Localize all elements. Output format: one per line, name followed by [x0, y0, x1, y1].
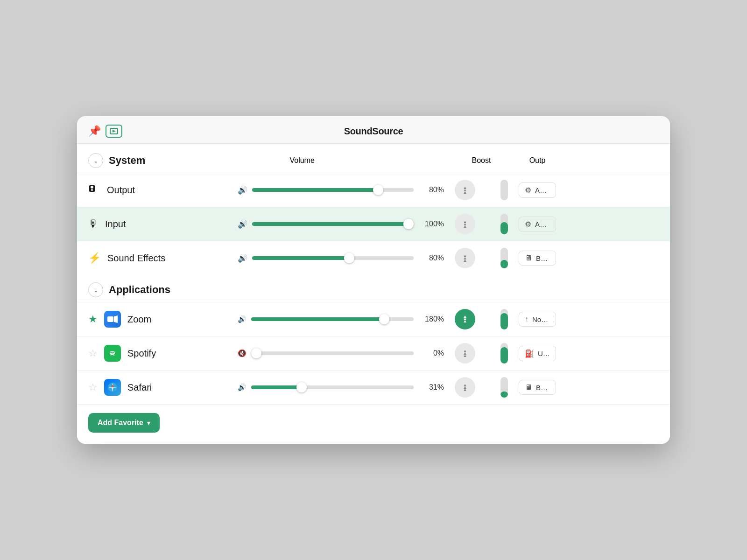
main-content: ⌄ System Volume Boost Outp Outp [77, 144, 670, 444]
input-boost-button[interactable] [455, 214, 475, 234]
spotify-volume-pct: 0% [418, 349, 444, 357]
sound-effects-label: ⚡ Sound Effects [88, 252, 238, 264]
monitor-icon-sfx: 🖥 [525, 254, 532, 262]
safari-star-icon[interactable]: ☆ [88, 381, 98, 393]
input-volume-pct: 100% [418, 220, 444, 228]
usb-icon: ⛽ [525, 349, 534, 358]
arrow-up-icon: ↑ [525, 315, 529, 323]
media-player-icon[interactable] [106, 125, 122, 138]
safari-app-icon [104, 379, 121, 396]
spotify-text: Spotify [127, 348, 156, 359]
chevron-down-icon-apps: ⌄ [93, 287, 99, 294]
sound-effects-boost-button[interactable] [455, 248, 475, 268]
spotify-boost-section [444, 343, 519, 364]
spotify-star-icon[interactable]: ☆ [88, 347, 98, 359]
applications-section-header: ⌄ Applications [77, 275, 670, 302]
sfx-boost-level [500, 248, 508, 268]
output-boost-button[interactable] [455, 180, 475, 200]
spotify-volume-slider[interactable] [251, 351, 414, 355]
title-bar-icons: 📌 [88, 125, 122, 138]
applications-collapse-button[interactable]: ⌄ [88, 282, 103, 297]
zoom-label: ★ Zoom [88, 311, 238, 328]
applications-section-title: Applications [109, 284, 170, 296]
add-favorite-button[interactable]: Add Favorite ▾ [88, 413, 160, 433]
output-volume-section: 🔊 80% [238, 185, 444, 195]
input-volume-slider[interactable] [252, 222, 414, 226]
volume-icon: 🔊 [238, 185, 247, 195]
input-volume-section: 🔊 100% [238, 219, 444, 229]
monitor-icon-safari: 🖥 [525, 383, 532, 392]
chevron-down-icon: ⌄ [93, 157, 99, 164]
zoom-boost-section [444, 309, 519, 329]
sound-effects-boost-section [444, 248, 519, 268]
zoom-device-selector[interactable]: ↑ No Redire [519, 312, 556, 327]
pin-icon[interactable]: 📌 [88, 125, 101, 137]
window-title: SoundSource [344, 126, 403, 137]
safari-boost-level [500, 377, 508, 398]
spotify-device-selector[interactable]: ⛽ USB Devic [519, 346, 556, 361]
spotify-device-label: USB Devic [538, 350, 550, 357]
add-favorite-label: Add Favorite [98, 419, 143, 427]
safari-row: ☆ [77, 370, 670, 404]
safari-volume-slider[interactable] [251, 385, 414, 389]
sfx-device-label: Built-In Sp [536, 254, 550, 262]
spotify-volume-section: 🔇 0% [238, 349, 444, 357]
output-boost-level [500, 180, 508, 200]
safari-device-selector[interactable]: 🖥 Built-In Sp [519, 380, 556, 395]
svg-point-3 [91, 186, 93, 189]
input-row: 🎙 Input 🔊 100% [77, 207, 670, 241]
zoom-volume-section: 🔊 180% [238, 315, 444, 323]
output-device-label: Ammo's A [535, 186, 550, 194]
volume-icon-input: 🔊 [238, 219, 247, 229]
zoom-row: ★ Zoom 🔊 180% [77, 302, 670, 336]
zoom-boost-level [500, 309, 508, 329]
safari-label: ☆ [88, 379, 238, 396]
soundsource-window: 📌 SoundSource ⌄ System Volume Boost Outp [77, 116, 670, 444]
zoom-text: Zoom [127, 314, 151, 325]
input-boost-level [500, 214, 508, 234]
system-collapse-button[interactable]: ⌄ [88, 153, 103, 168]
system-section-header: ⌄ System Volume Boost Outp [77, 144, 670, 173]
output-text: Output [107, 185, 135, 196]
volume-icon-safari: 🔊 [238, 383, 247, 392]
zoom-star-icon[interactable]: ★ [88, 313, 98, 325]
volume-icon-zoom: 🔊 [238, 315, 247, 323]
zoom-app-icon [104, 311, 121, 328]
speaker-icon [88, 182, 100, 197]
sound-effects-volume-section: 🔊 80% [238, 253, 444, 263]
spotify-row: ☆ Spotify 🔇 [77, 336, 670, 370]
spotify-boost-button[interactable] [455, 343, 475, 364]
sound-effects-volume-pct: 80% [418, 254, 444, 262]
sound-effects-row: ⚡ Sound Effects 🔊 80% [77, 241, 670, 275]
spotify-label: ☆ Spotify [88, 345, 238, 362]
spotify-app-icon [104, 345, 121, 362]
eq-icon: ⚙ [525, 186, 531, 195]
svg-rect-5 [107, 316, 113, 322]
volume-muted-icon-spotify: 🔇 [238, 349, 247, 357]
system-section-title: System [109, 154, 145, 167]
dropdown-arrow-icon: ▾ [147, 420, 150, 427]
zoom-device-label: No Redire [532, 315, 550, 323]
footer: Add Favorite ▾ [77, 404, 670, 444]
safari-boost-button[interactable] [455, 377, 475, 398]
sfx-device-selector[interactable]: 🖥 Built-In Sp [519, 251, 556, 266]
input-device-selector[interactable]: ⚙ Ammo's A [519, 217, 556, 232]
safari-volume-pct: 31% [418, 383, 444, 392]
volume-icon-sfx: 🔊 [238, 253, 247, 263]
sound-effects-volume-slider[interactable] [252, 256, 414, 260]
output-volume-slider[interactable] [252, 188, 414, 192]
safari-text: Safari [127, 382, 152, 393]
output-column-header: Outp [519, 156, 556, 165]
zoom-volume-slider[interactable] [251, 317, 414, 321]
eq-icon-input: ⚙ [525, 220, 531, 229]
output-row: Output 🔊 80% [77, 173, 670, 207]
microphone-icon: 🎙 [88, 218, 99, 230]
lightning-icon: ⚡ [88, 252, 101, 264]
zoom-boost-button[interactable] [455, 309, 475, 329]
spotify-boost-level [500, 343, 508, 364]
input-text: Input [105, 219, 126, 230]
svg-point-4 [91, 189, 93, 191]
svg-marker-1 [113, 130, 116, 133]
output-device-selector[interactable]: ⚙ Ammo's A [519, 182, 556, 198]
output-boost-section [444, 180, 519, 200]
